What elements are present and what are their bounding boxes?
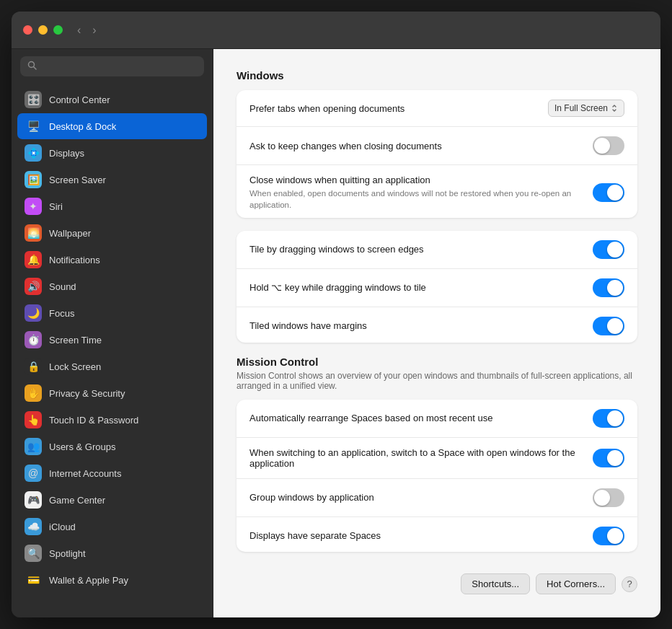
section-title-mission-control: Mission Control [236,356,637,368]
sidebar-item-label: Control Center [49,94,110,105]
setting-label-auto-rearrange-spaces: Automatically rearrange Spaces based on … [249,413,584,423]
sidebar-icon-focus: 🌙 [25,304,42,322]
sidebar-icon-sound: 🔊 [25,278,42,295]
sidebar-item-label: Lock Screen [49,361,101,372]
toggle-tile-dragging[interactable] [593,240,624,259]
sidebar-item-label: Touch ID & Password [49,415,138,426]
setting-control-tile-dragging[interactable] [593,240,624,259]
setting-label-displays-separate-spaces: Displays have separate Spaces [249,530,584,541]
sidebar-icon-screen-saver: 🖼️ [25,171,42,188]
sidebar-item-focus[interactable]: 🌙Focus [17,300,207,326]
setting-control-hold-option-key[interactable] [593,278,624,297]
section-subtitle-mission-control: Mission Control shows an overview of you… [236,371,637,391]
sidebar-item-label: Sound [49,281,76,292]
search-input-wrap[interactable] [20,56,204,76]
setting-row-tiled-margins: Tiled windows have margins [236,307,637,343]
sidebar-item-users-groups[interactable]: 👥Users & Groups [17,434,207,459]
sidebar-item-label: Wallpaper [49,228,91,239]
traffic-lights [23,25,63,35]
sidebar-item-internet-accounts[interactable]: @Internet Accounts [17,460,207,486]
setting-content-displays-separate-spaces: Displays have separate Spaces [249,530,584,541]
toggle-switch-space[interactable] [593,449,624,467]
sidebar-item-screen-time[interactable]: ⏱️Screen Time [17,327,207,353]
toggle-knob-group-windows [594,490,610,506]
sidebar-item-label: Wallet & Apple Pay [49,575,128,586]
settings-card-mission-control: Automatically rearrange Spaces based on … [236,400,637,552]
close-button[interactable] [23,25,32,35]
setting-row-displays-separate-spaces: Displays have separate Spaces [236,517,637,552]
section-title-windows: Windows [236,69,637,82]
setting-control-ask-keep-changes[interactable] [593,136,624,155]
setting-label-prefer-tabs: Prefer tabs when opening documents [249,103,539,114]
toggle-hold-option-key[interactable] [593,278,624,297]
sidebar-icon-lock-screen: 🔒 [25,358,42,375]
toggle-displays-separate-spaces[interactable] [593,527,624,545]
toggle-knob-close-windows-quitting [607,185,623,201]
sidebar-item-privacy-security[interactable]: ✋Privacy & Security [17,380,207,406]
sidebar-icon-spotlight: 🔍 [25,545,42,562]
sidebar-item-sound[interactable]: 🔊Sound [17,273,207,299]
setting-row-switch-space: When switching to an application, switch… [236,438,637,479]
system-preferences-window: ‹ › 🎛️Control Center🖥️Desktop & Dock💠 [12,12,660,617]
forward-button[interactable]: › [89,22,99,38]
sidebar-item-label: iCloud [49,522,76,532]
setting-content-auto-rearrange-spaces: Automatically rearrange Spaces based on … [249,413,584,423]
back-button[interactable]: ‹ [74,22,84,38]
toggle-tiled-margins[interactable] [593,317,624,335]
minimize-button[interactable] [38,25,48,35]
toggle-auto-rearrange-spaces[interactable] [593,409,624,428]
sidebar-item-label: Displays [49,148,84,159]
toggle-group-windows[interactable] [593,488,624,507]
bottom-bar: Shortcuts...Hot Corners...? [236,565,637,597]
setting-control-close-windows-quitting[interactable] [593,183,624,202]
toggle-knob-tiled-margins [607,318,623,334]
main-content: 🎛️Control Center🖥️Desktop & Dock💠Display… [12,49,660,617]
hot-corners-button[interactable]: Hot Corners... [536,573,616,594]
toggle-knob-hold-option-key [607,280,623,296]
help-button[interactable]: ? [622,576,637,592]
titlebar: ‹ › [12,12,660,49]
shortcuts-button[interactable]: Shortcuts... [461,573,530,594]
select-prefer-tabs[interactable]: In Full Screen [548,100,624,117]
sidebar-item-control-center[interactable]: 🎛️Control Center [17,87,207,113]
setting-label-tile-dragging: Tile by dragging windows to screen edges [249,244,584,255]
setting-control-switch-space[interactable] [593,449,624,467]
sidebar-list: 🎛️Control Center🖥️Desktop & Dock💠Display… [12,84,213,617]
setting-row-auto-rearrange-spaces: Automatically rearrange Spaces based on … [236,400,637,438]
setting-control-group-windows[interactable] [593,488,624,507]
sidebar-icon-desktop-dock: 🖥️ [25,118,42,135]
sidebar: 🎛️Control Center🖥️Desktop & Dock💠Display… [12,49,213,617]
toggle-ask-keep-changes[interactable] [593,136,624,155]
setting-row-tile-dragging: Tile by dragging windows to screen edges [236,231,637,269]
setting-label-group-windows: Group windows by application [249,492,584,503]
sidebar-item-siri[interactable]: ✦Siri [17,193,207,219]
setting-control-displays-separate-spaces[interactable] [593,527,624,545]
sidebar-item-lock-screen[interactable]: 🔒Lock Screen [17,353,207,379]
sidebar-item-wallet-applepay[interactable]: 💳Wallet & Apple Pay [17,567,207,593]
sidebar-item-touch-id-password[interactable]: 👆Touch ID & Password [17,407,207,433]
nav-arrows: ‹ › [74,22,100,38]
setting-control-tiled-margins[interactable] [593,317,624,335]
sidebar-icon-touch-id-password: 👆 [25,411,42,428]
setting-control-prefer-tabs[interactable]: In Full Screen [548,100,624,117]
sidebar-item-label: Internet Accounts [49,468,121,479]
sidebar-item-displays[interactable]: 💠Displays [17,140,207,166]
sidebar-item-desktop-dock[interactable]: 🖥️Desktop & Dock [17,113,207,139]
toggle-close-windows-quitting[interactable] [593,183,624,202]
setting-control-auto-rearrange-spaces[interactable] [593,409,624,428]
setting-content-ask-keep-changes: Ask to keep changes when closing documen… [249,141,584,151]
sidebar-icon-screen-time: ⏱️ [25,331,42,348]
sidebar-item-screen-saver[interactable]: 🖼️Screen Saver [17,167,207,193]
sidebar-item-notifications[interactable]: 🔔Notifications [17,247,207,273]
search-input[interactable] [41,61,197,72]
sidebar-item-wallpaper[interactable]: 🌅Wallpaper [17,220,207,246]
maximize-button[interactable] [53,25,63,35]
sidebar-item-spotlight[interactable]: 🔍Spotlight [17,540,207,566]
sidebar-item-label: Notifications [49,255,100,265]
sidebar-icon-wallet-applepay: 💳 [25,571,42,589]
select-value-prefer-tabs: In Full Screen [554,103,608,113]
sidebar-item-icloud[interactable]: ☁️iCloud [17,514,207,540]
sidebar-icon-game-center: 🎮 [25,491,42,509]
search-icon [27,61,37,72]
sidebar-item-game-center[interactable]: 🎮Game Center [17,487,207,513]
